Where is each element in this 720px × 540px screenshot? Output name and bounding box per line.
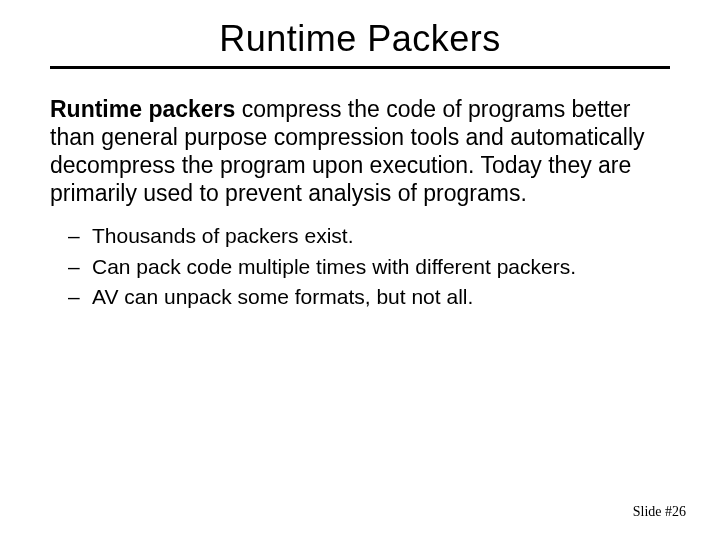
slide: Runtime Packers Runtime packers compress… [0,0,720,540]
list-item: Can pack code multiple times with differ… [92,252,670,282]
bullet-list: Thousands of packers exist. Can pack cod… [50,221,670,312]
slide-title: Runtime Packers [50,18,670,66]
list-item: AV can unpack some formats, but not all. [92,282,670,312]
body-text: Runtime packers compress the code of pro… [50,95,670,207]
list-item: Thousands of packers exist. [92,221,670,251]
title-rule [50,66,670,69]
body-lead: Runtime packers [50,96,235,122]
slide-number: Slide #26 [633,504,686,520]
